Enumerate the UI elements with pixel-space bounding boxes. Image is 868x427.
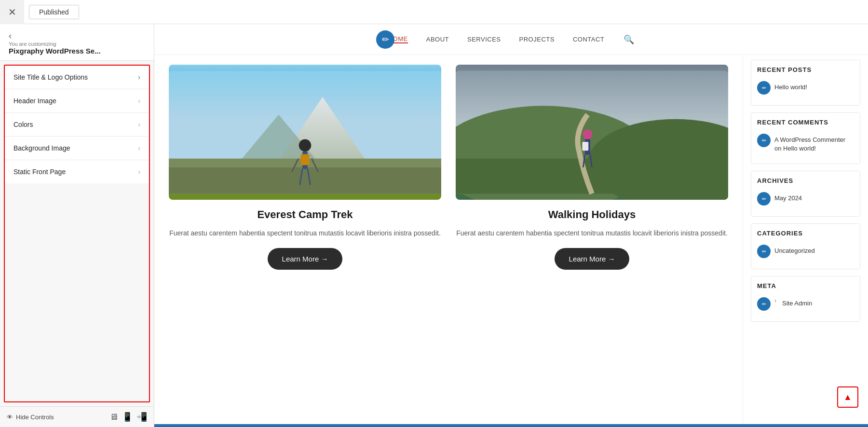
recent-posts-widget: RECENT POSTS ✏ Hello world! <box>751 60 860 106</box>
nav-link-contact[interactable]: CONTACT <box>573 36 604 43</box>
nav-link-services[interactable]: SERVICES <box>467 36 501 43</box>
close-button[interactable]: ✕ <box>0 0 24 24</box>
meta-label[interactable]: Site Admin <box>782 297 812 308</box>
customizing-label: You are customizing <box>9 41 145 47</box>
nav-link-about[interactable]: ABOUT <box>426 36 449 43</box>
menu-item-site-title[interactable]: Site Title & Logo Options › <box>5 66 149 89</box>
menu-item-header-image[interactable]: Header Image › <box>5 89 149 113</box>
eye-icon: 👁 <box>7 413 13 421</box>
svg-point-16 <box>583 130 592 139</box>
recent-comments-widget: RECENT COMMENTS ✏ A WordPress Commenter … <box>751 112 860 164</box>
folder-icon: ✏ <box>757 245 771 258</box>
edit-icon: ✏ <box>757 81 771 95</box>
menu-item-label: Static Front Page <box>14 168 66 176</box>
preview-area: ✏ HOME ABOUT SERVICES PROJECTS CONTACT 🔍 <box>154 24 868 427</box>
svg-rect-18 <box>582 142 588 151</box>
chevron-right-icon: › <box>138 144 140 152</box>
menu-item-static-front-page[interactable]: Static Front Page › <box>5 160 149 183</box>
category-item: ✏ Uncategorized <box>757 245 854 258</box>
content-area: Everest Camp Trek Fuerat aestu carentem … <box>154 55 868 424</box>
chevron-right-icon: › <box>138 73 140 81</box>
menu-item-label: Site Title & Logo Options <box>14 73 88 81</box>
category-label[interactable]: Uncategorized <box>774 245 815 255</box>
menu-item-label: Background Image <box>14 144 70 152</box>
post-title-1: Everest Camp Trek <box>169 208 441 221</box>
tablet-device-button[interactable]: 📱 <box>122 412 133 422</box>
recent-post-label[interactable]: Hello world! <box>774 81 807 92</box>
menu-item-label: Colors <box>14 121 33 128</box>
categories-widget: CATEGORIES ✏ Uncategorized <box>751 223 860 269</box>
svg-rect-7 <box>300 154 309 165</box>
meta-widget: META ✏ › Site Admin <box>751 276 860 322</box>
recent-comment-label: A WordPress Commenter on Hello world! <box>774 134 854 153</box>
widgets-sidebar: RECENT POSTS ✏ Hello world! RECENT COMME… <box>743 55 868 424</box>
recent-comments-title: RECENT COMMENTS <box>757 119 854 129</box>
theme-name: Pixgraphy WordPress Se... <box>9 47 101 55</box>
svg-point-5 <box>299 139 312 152</box>
learn-more-button-2[interactable]: Learn More → <box>555 248 630 270</box>
menu-item-background-image[interactable]: Background Image › <box>5 137 149 160</box>
archives-widget: ARCHIVES ✏ May 2024 <box>751 171 860 217</box>
sidebar-menu: Site Title & Logo Options › Header Image… <box>4 65 150 402</box>
meta-item: ✏ › Site Admin <box>757 297 854 311</box>
hide-controls-label: Hide Controls <box>16 413 54 421</box>
posts-grid: Everest Camp Trek Fuerat aestu carentem … <box>169 65 728 270</box>
top-bar: ✕ Published <box>0 0 868 24</box>
published-button[interactable]: Published <box>29 5 79 19</box>
main-container: ‹ You are customizing Pixgraphy WordPres… <box>0 24 868 427</box>
posts-section: Everest Camp Trek Fuerat aestu carentem … <box>154 55 743 424</box>
chevron-right-icon: › <box>138 168 140 176</box>
recent-comment-item: ✏ A WordPress Commenter on Hello world! <box>757 134 854 153</box>
customizer-sidebar: ‹ You are customizing Pixgraphy WordPres… <box>0 24 154 427</box>
hide-controls-button[interactable]: 👁 Hide Controls <box>7 413 54 421</box>
logo-icon: ✏ <box>382 34 389 45</box>
desktop-device-button[interactable]: 🖥 <box>109 412 118 422</box>
learn-more-button-1[interactable]: Learn More → <box>268 248 343 270</box>
recent-posts-title: RECENT POSTS <box>757 66 854 76</box>
menu-item-colors[interactable]: Colors › <box>5 113 149 137</box>
search-icon[interactable]: 🔍 <box>624 34 634 45</box>
post-image-2 <box>456 65 728 200</box>
post-image-1 <box>169 65 441 200</box>
post-excerpt-1: Fuerat aestu carentem habentia spectent … <box>169 228 441 238</box>
meta-icon: ✏ <box>757 297 771 311</box>
meta-title: META <box>757 282 854 292</box>
post-card-2: Walking Holidays Fuerat aestu carentem h… <box>456 65 728 270</box>
recent-post-item: ✏ Hello world! <box>757 81 854 95</box>
comment-icon: ✏ <box>757 134 771 147</box>
post-title-2: Walking Holidays <box>456 208 728 221</box>
device-buttons: 🖥 📱 📲 <box>109 412 147 422</box>
categories-title: CATEGORIES <box>757 230 854 240</box>
mobile-device-button[interactable]: 📲 <box>136 412 147 422</box>
archive-label[interactable]: May 2024 <box>774 192 802 203</box>
chevron-right-icon: › <box>138 97 140 105</box>
archives-title: ARCHIVES <box>757 177 854 187</box>
nav-link-projects[interactable]: PROJECTS <box>519 36 555 43</box>
site-logo: ✏ <box>376 30 394 49</box>
menu-item-label: Header Image <box>14 97 56 105</box>
sidebar-header: ‹ You are customizing Pixgraphy WordPres… <box>0 24 154 61</box>
back-button[interactable]: ‹ <box>9 31 12 41</box>
chevron-right-icon: › <box>138 121 140 128</box>
site-navigation: ✏ HOME ABOUT SERVICES PROJECTS CONTACT 🔍 <box>154 24 868 55</box>
calendar-icon: ✏ <box>757 192 771 206</box>
svg-rect-4 <box>169 167 441 194</box>
nav-links: HOME ABOUT SERVICES PROJECTS CONTACT <box>388 35 605 43</box>
arrow-up-icon: ▲ <box>843 392 852 402</box>
scroll-top-button[interactable]: ▲ <box>837 386 858 408</box>
chevron-right-icon: › <box>774 297 776 304</box>
post-card-1: Everest Camp Trek Fuerat aestu carentem … <box>169 65 441 270</box>
post-excerpt-2: Fuerat aestu carentem habentia spectent … <box>456 228 728 238</box>
sidebar-footer: 👁 Hide Controls 🖥 📱 📲 <box>0 406 154 427</box>
archive-item: ✏ May 2024 <box>757 192 854 206</box>
bottom-bar <box>154 424 868 427</box>
